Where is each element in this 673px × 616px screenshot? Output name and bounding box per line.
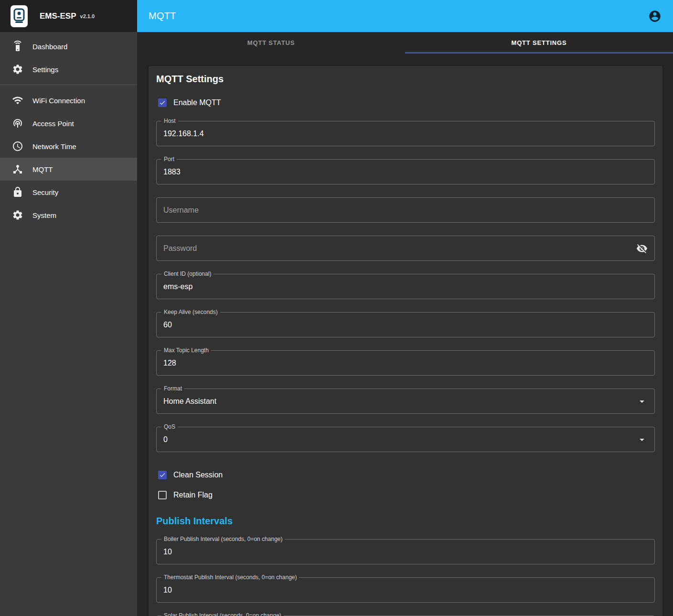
- sidebar-item-network-time[interactable]: Network Time: [0, 135, 137, 158]
- sidebar-item-dashboard[interactable]: Dashboard: [0, 35, 137, 58]
- field-value: 128: [163, 359, 176, 367]
- field-value: Home Assistant: [163, 397, 216, 406]
- publish-intervals-title: Publish Intervals: [156, 516, 655, 527]
- sidebar-header: EMS-ESP v2.1.0: [0, 0, 137, 32]
- checkbox-label: Retain Flag: [173, 491, 213, 499]
- field-value: 60: [163, 321, 172, 329]
- sidebar-item-label: Security: [32, 188, 58, 196]
- sidebar-item-label: Access Point: [32, 119, 74, 128]
- device-hub-icon: [12, 163, 23, 175]
- client-id-field[interactable]: Client ID (optional) ems-esp: [156, 274, 655, 299]
- appbar: MQTT: [137, 0, 673, 32]
- field-label: Client ID (optional): [161, 270, 214, 277]
- checkbox-label: Clean Session: [173, 471, 223, 479]
- checkbox-checked-icon: [158, 471, 167, 479]
- account-circle-icon[interactable]: [648, 10, 662, 23]
- field-value: 1883: [163, 168, 181, 176]
- field-label: Format: [161, 385, 184, 392]
- app-title: EMS-ESP: [40, 11, 76, 21]
- mqtt-settings-card: MQTT Settings Enable MQTT Host 192.168.1…: [149, 66, 662, 616]
- sidebar-item-system[interactable]: System: [0, 204, 137, 227]
- checkbox-checked-icon: [158, 98, 167, 107]
- field-label: Port: [161, 156, 177, 162]
- chevron-down-icon: [636, 396, 648, 407]
- max-topic-length-field[interactable]: Max Topic Length 128: [156, 350, 655, 376]
- sidebar-item-label: WiFi Connection: [32, 97, 85, 105]
- sidebar: EMS-ESP v2.1.0 Dashboard Settings: [0, 0, 137, 616]
- tab-mqtt-settings[interactable]: MQTT SETTINGS: [405, 32, 673, 54]
- sidebar-item-mqtt[interactable]: MQTT: [0, 158, 137, 181]
- field-value: 10: [163, 548, 172, 556]
- field-label: Keep Alive (seconds): [161, 309, 220, 315]
- gear-icon: [12, 209, 23, 221]
- wifi-tethering-icon: [12, 118, 23, 129]
- visibility-off-icon[interactable]: [636, 243, 648, 254]
- keep-alive-field[interactable]: Keep Alive (seconds) 60: [156, 312, 655, 337]
- format-select[interactable]: Format Home Assistant: [156, 389, 655, 414]
- field-value: 192.168.1.4: [163, 130, 204, 138]
- sidebar-item-label: Dashboard: [32, 43, 67, 51]
- lock-icon: [12, 186, 23, 198]
- clean-session-checkbox[interactable]: Clean Session: [156, 465, 655, 485]
- enable-mqtt-checkbox[interactable]: Enable MQTT: [156, 92, 655, 113]
- field-value: 10: [163, 586, 172, 594]
- tab-bar: MQTT STATUS MQTT SETTINGS: [137, 32, 673, 54]
- field-value: 0: [163, 435, 168, 444]
- sidebar-item-label: MQTT: [32, 165, 53, 173]
- main-area: MQTT MQTT STATUS MQTT SETTINGS MQTT Sett…: [137, 0, 673, 616]
- field-placeholder: Password: [163, 244, 197, 253]
- content-area: MQTT Settings Enable MQTT Host 192.168.1…: [137, 54, 673, 616]
- field-value: ems-esp: [163, 282, 192, 291]
- sidebar-divider: [0, 85, 137, 85]
- sidebar-item-settings[interactable]: Settings: [0, 58, 137, 81]
- field-placeholder: Username: [163, 206, 199, 215]
- active-tab-indicator: [405, 52, 673, 54]
- sidebar-item-wifi-connection[interactable]: WiFi Connection: [0, 89, 137, 112]
- ems-esp-logo-icon: [11, 5, 28, 27]
- form-title: MQTT Settings: [156, 66, 655, 85]
- clock-icon: [12, 140, 23, 152]
- qos-select[interactable]: QoS 0: [156, 427, 655, 452]
- boiler-publish-interval-field[interactable]: Boiler Publish Interval (seconds, 0=on c…: [156, 539, 655, 564]
- host-field[interactable]: Host 192.168.1.4: [156, 121, 655, 146]
- username-field[interactable]: Username: [156, 197, 655, 223]
- field-label: QoS: [161, 423, 178, 430]
- field-label: Max Topic Length: [161, 347, 211, 354]
- chevron-down-icon: [636, 434, 648, 445]
- gear-icon: [12, 64, 23, 75]
- sidebar-nav: Dashboard Settings WiFi Connection Acc: [0, 32, 137, 227]
- app-version: v2.1.0: [80, 13, 95, 19]
- checkbox-label: Enable MQTT: [173, 98, 221, 107]
- sidebar-item-security[interactable]: Security: [0, 181, 137, 204]
- sidebar-item-label: Settings: [32, 65, 58, 74]
- password-field[interactable]: Password: [156, 236, 655, 261]
- thermostat-publish-interval-field[interactable]: Thermostat Publish Interval (seconds, 0=…: [156, 577, 655, 603]
- page-title: MQTT: [149, 11, 176, 22]
- checkbox-unchecked-icon: [158, 491, 167, 499]
- retain-flag-checkbox[interactable]: Retain Flag: [156, 485, 655, 505]
- remote-device-icon: [12, 41, 23, 52]
- port-field[interactable]: Port 1883: [156, 159, 655, 184]
- wifi-icon: [12, 95, 23, 106]
- sidebar-item-label: Network Time: [32, 142, 76, 151]
- field-label: Boiler Publish Interval (seconds, 0=on c…: [161, 536, 285, 542]
- field-label: Solar Publish Interval (seconds, 0=on ch…: [161, 612, 284, 616]
- sidebar-item-access-point[interactable]: Access Point: [0, 112, 137, 135]
- field-label: Host: [161, 118, 178, 124]
- tab-mqtt-status[interactable]: MQTT STATUS: [137, 32, 405, 54]
- sidebar-item-label: System: [32, 211, 56, 219]
- app-root: EMS-ESP v2.1.0 Dashboard Settings: [0, 0, 673, 616]
- field-label: Thermostat Publish Interval (seconds, 0=…: [161, 574, 299, 581]
